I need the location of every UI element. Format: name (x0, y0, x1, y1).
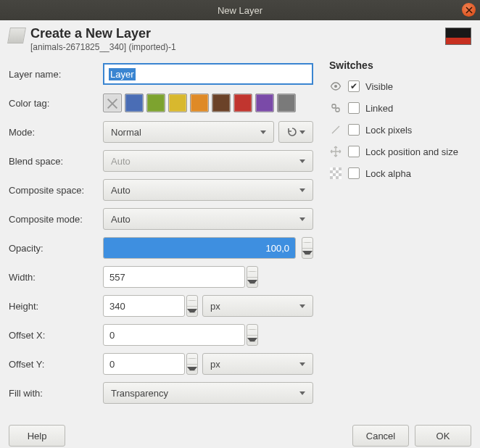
lock-pixels-label: Lock pixels (365, 125, 412, 136)
color-tag-none[interactable] (103, 94, 122, 112)
mode-reset-button[interactable] (278, 121, 313, 143)
ok-button[interactable]: OK (415, 425, 471, 447)
blend-space-label: Blend space: (9, 156, 103, 167)
spinner-up[interactable] (187, 296, 197, 307)
color-tag-brown[interactable] (212, 94, 231, 112)
color-tag-swatches (103, 94, 296, 112)
spinner-down[interactable] (247, 336, 257, 346)
mode-combo[interactable]: Normal (103, 121, 274, 143)
width-spinner[interactable] (247, 266, 258, 288)
close-button[interactable] (462, 3, 476, 17)
chevron-down-icon (299, 362, 305, 366)
layer-name-input[interactable]: Layer (103, 63, 313, 85)
color-tag-yellow[interactable] (168, 94, 187, 112)
help-button[interactable]: Help (9, 425, 65, 447)
eye-icon (329, 80, 342, 92)
spinner-down[interactable] (302, 249, 313, 259)
spinner-up[interactable] (247, 267, 257, 278)
button-bar: Help Cancel OK (0, 416, 480, 448)
offset-x-spinner[interactable] (247, 324, 258, 346)
spinner-up[interactable] (302, 238, 313, 249)
reset-icon (287, 127, 297, 137)
window-title: New Layer (218, 5, 262, 16)
lock-position-label: Lock position and size (365, 146, 458, 157)
offset-unit-combo[interactable]: px (202, 353, 313, 375)
height-label: Height: (9, 301, 103, 312)
dialog-title: Create a New Layer (30, 26, 176, 41)
fill-with-combo[interactable]: Transparency (103, 382, 313, 404)
lock-alpha-label: Lock alpha (365, 168, 411, 179)
offset-y-spinner[interactable] (186, 353, 198, 375)
spinner-down[interactable] (187, 307, 197, 317)
offset-x-label: Offset X: (9, 330, 103, 341)
height-spinner[interactable] (186, 295, 198, 317)
visible-label: Visible (365, 81, 393, 92)
chevron-down-icon (299, 391, 305, 395)
width-label: Width: (9, 272, 103, 283)
opacity-spinner[interactable] (302, 237, 313, 259)
color-tag-violet[interactable] (255, 94, 274, 112)
blend-space-combo[interactable]: Auto (103, 150, 313, 172)
composite-space-combo[interactable]: Auto (103, 179, 313, 201)
visible-checkbox[interactable] (348, 80, 360, 92)
brush-icon (329, 125, 342, 135)
lock-position-checkbox[interactable] (348, 146, 360, 157)
opacity-slider[interactable]: 100,0 (103, 237, 296, 259)
svg-point-0 (334, 85, 337, 88)
fill-with-label: Fill with: (9, 388, 103, 399)
color-tag-label: Color tag: (9, 98, 103, 109)
layer-name-label: Layer name: (9, 69, 103, 80)
spinner-up[interactable] (187, 354, 197, 365)
composite-mode-combo[interactable]: Auto (103, 208, 313, 230)
chevron-down-icon (260, 130, 266, 134)
chevron-down-icon (299, 159, 305, 163)
offset-x-input[interactable]: 0 (103, 324, 245, 346)
spinner-down[interactable] (187, 365, 197, 375)
switches-panel: Switches Visible Linked (329, 59, 458, 407)
height-input[interactable]: 340 (103, 295, 185, 317)
move-icon (329, 146, 342, 157)
opacity-label: Opacity: (9, 243, 103, 254)
chain-icon (329, 103, 342, 113)
svg-rect-2 (336, 108, 339, 112)
dialog-subtitle: [animals-2671825__340] (imported)-1 (30, 42, 176, 52)
lock-alpha-checkbox[interactable] (348, 167, 360, 179)
lock-pixels-checkbox[interactable] (348, 124, 360, 136)
size-unit-combo[interactable]: px (202, 295, 313, 317)
mode-label: Mode: (9, 127, 103, 138)
svg-rect-1 (332, 104, 336, 108)
color-tag-blue[interactable] (125, 94, 144, 112)
cancel-button[interactable]: Cancel (352, 425, 409, 447)
offset-y-label: Offset Y: (9, 359, 103, 370)
switches-title: Switches (329, 59, 458, 71)
spinner-down[interactable] (247, 278, 257, 288)
color-tag-red[interactable] (233, 94, 252, 112)
layer-icon (7, 28, 26, 43)
titlebar: New Layer (0, 0, 480, 20)
composite-mode-label: Composite mode: (9, 214, 103, 225)
image-thumbnail (445, 28, 471, 45)
linked-checkbox[interactable] (348, 102, 360, 114)
color-tag-gray[interactable] (277, 94, 296, 112)
composite-space-label: Composite space: (9, 185, 103, 196)
chevron-down-icon (299, 304, 305, 308)
alpha-icon (329, 167, 342, 179)
color-tag-green[interactable] (146, 94, 165, 112)
width-input[interactable]: 557 (103, 266, 245, 288)
offset-y-input[interactable]: 0 (103, 353, 185, 375)
dialog-header: Create a New Layer [animals-2671825__340… (9, 26, 471, 52)
chevron-down-icon (299, 188, 305, 192)
spinner-up[interactable] (247, 325, 257, 336)
chevron-down-icon (299, 130, 305, 134)
linked-label: Linked (365, 103, 393, 114)
color-tag-orange[interactable] (190, 94, 209, 112)
chevron-down-icon (299, 217, 305, 221)
